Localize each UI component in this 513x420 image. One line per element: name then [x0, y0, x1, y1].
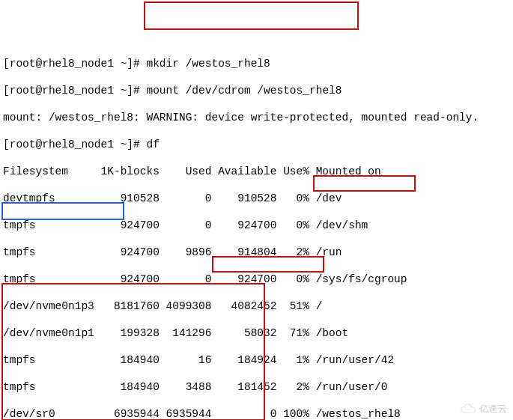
terminal-line: [root@rhel8_node1 ~]# df: [3, 138, 510, 151]
highlight-mkdir-mount: [144, 1, 359, 30]
df-row-mount: /westos_rhel8: [309, 408, 401, 420]
command-text: mkdir /westos_rhel8: [146, 58, 270, 70]
df-row: /dev/nvme0n1p3 8181760 4099308 4082452 5…: [3, 299, 510, 313]
df-row: /dev/nvme0n1p1 199328 141296 58032 71% /…: [3, 326, 510, 340]
shell-prompt: [root@rhel8_node1 ~]#: [3, 85, 146, 97]
df-row: tmpfs 924700 0 924700 0% /dev/shm: [3, 219, 510, 232]
df-row-left: /dev/sr0 6935944 6935944 0 100%: [3, 408, 309, 420]
shell-prompt: [root@rhel8_node1 ~]#: [3, 58, 146, 70]
df-row: devtmpfs 910528 0 910528 0% /dev: [3, 192, 510, 205]
watermark: 亿速云: [460, 402, 508, 416]
df-row: tmpfs 924700 0 924700 0% /sys/fs/cgroup: [3, 273, 510, 286]
df-row: /dev/sr0 6935944 6935944 0 100% /westos_…: [3, 407, 510, 420]
df-row: tmpfs 924700 9896 914804 2% /run: [3, 246, 510, 259]
terminal-line: [root@rhel8_node1 ~]# mkdir /westos_rhel…: [3, 57, 510, 70]
df-row: tmpfs 184940 16 184924 1% /run/user/42: [3, 353, 510, 367]
terminal-line: [root@rhel8_node1 ~]# mount /dev/cdrom /…: [3, 84, 510, 97]
cloud-icon: [460, 404, 476, 414]
terminal-line: mount: /westos_rhel8: WARNING: device wr…: [3, 111, 510, 124]
watermark-text: 亿速云: [479, 402, 508, 416]
df-header: Filesystem 1K-blocks Used Available Use%…: [3, 165, 510, 178]
command-text: mount /dev/cdrom /westos_rhel8: [146, 85, 342, 97]
df-row: tmpfs 184940 3488 181452 2% /run/user/0: [3, 380, 510, 394]
